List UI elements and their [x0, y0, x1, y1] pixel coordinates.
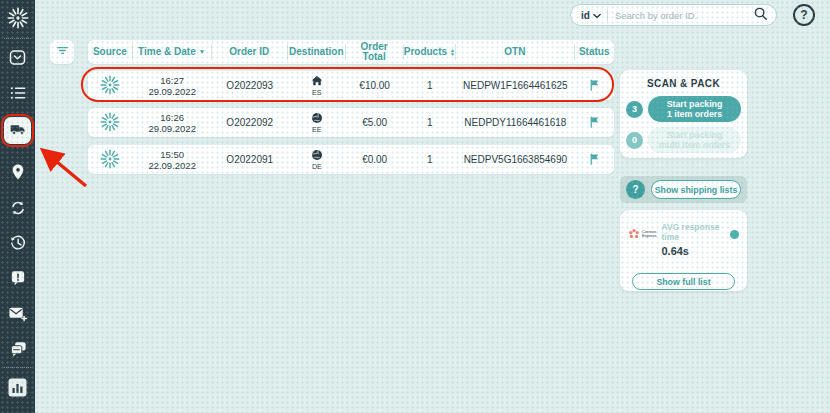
order-id-cell: O2022092 [212, 117, 288, 128]
orders-list-icon [9, 84, 27, 106]
sidebar [0, 0, 35, 413]
time-date-cell: 16:2629.09.2022 [133, 112, 212, 134]
search-scope-value: id [581, 10, 590, 21]
status-cell[interactable] [575, 115, 614, 131]
carrier-status-dot [730, 230, 739, 239]
carrier-logo: Correos Express [628, 228, 656, 240]
time-date-cell: 15:5022.09.2022 [133, 149, 212, 171]
starburst-source-icon [100, 75, 120, 97]
help-label: ? [800, 8, 807, 22]
col-header-destination: Destination [288, 44, 346, 60]
location-pin-icon [9, 163, 27, 185]
otn-cell: NEDPW1F1664461625 [456, 80, 574, 91]
sidebar-item-alerts[interactable] [0, 269, 35, 291]
divider [607, 9, 608, 21]
col-header-source: Source [88, 44, 133, 60]
col-header-time-date[interactable]: Time & Date▼ [133, 44, 212, 60]
search-scope-select[interactable]: id [581, 10, 601, 21]
start-packing-single-button[interactable]: Start packing 1 item orders [648, 96, 741, 122]
table-row-order-1[interactable]: 16:2729.09.2022 O2022093 ES €10.00 1 NED… [88, 71, 614, 100]
app-logo [0, 7, 35, 33]
sidebar-item-analytics[interactable] [0, 378, 35, 401]
sort-desc-icon: ▼ [199, 47, 205, 58]
inbox-icon [8, 48, 27, 71]
starburst-source-icon [100, 112, 120, 134]
order-total-cell: €5.00 [346, 117, 404, 128]
destination-cell: DE [288, 149, 346, 171]
search-input[interactable] [615, 10, 753, 21]
starburst-source-icon [100, 149, 120, 171]
table-row-order-3[interactable]: 15:5022.09.2022 O2022091 DE €0.00 1 NEDP… [88, 145, 614, 174]
help-button[interactable]: ? [793, 4, 815, 26]
show-shipping-lists-button[interactable]: Show shipping lists [651, 180, 741, 199]
filter-icon [54, 42, 71, 63]
col-header-status: Status [575, 44, 614, 60]
analytics-icon [8, 378, 27, 401]
order-total-cell: €0.00 [346, 154, 404, 165]
col-header-products[interactable]: Products▲▼ [404, 44, 457, 60]
scan-pack-title: SCAN & PACK [626, 78, 741, 89]
sidebar-item-orders-list[interactable] [0, 84, 35, 106]
sidebar-divider [4, 367, 31, 368]
shipping-help-icon[interactable]: ? [626, 180, 645, 199]
truck-icon [9, 120, 27, 142]
sidebar-item-inbox[interactable] [0, 48, 35, 71]
chat-icon [9, 340, 27, 362]
sidebar-item-history[interactable] [0, 234, 35, 256]
alert-bubble-icon [9, 269, 27, 291]
status-cell[interactable] [575, 152, 614, 168]
otn-cell: NEDPDY11664461618 [456, 117, 574, 128]
col-header-order-id: Order ID [212, 44, 288, 60]
order-id-cell: O2022091 [212, 154, 288, 165]
col-header-order-total: Order Total [346, 44, 404, 60]
search-icon[interactable] [753, 6, 768, 25]
avg-response-label: AVG response time [661, 222, 725, 242]
filter-button[interactable] [50, 40, 74, 64]
orders-table: Source Time & Date▼ Order ID Destination… [88, 40, 614, 174]
shipping-lists-section: ? Show shipping lists [620, 176, 747, 203]
sidebar-item-shipments[interactable] [4, 117, 31, 144]
sidebar-divider [4, 38, 31, 39]
status-cell[interactable] [575, 78, 614, 94]
sort-icon: ▲▼ [450, 48, 455, 56]
source-cell [88, 149, 133, 171]
products-cell: 1 [404, 80, 457, 91]
sidebar-item-chat[interactable] [0, 340, 35, 362]
show-full-list-button[interactable]: Show full list [632, 273, 735, 290]
multi-orders-count-badge: 0 [626, 132, 643, 149]
flag-icon [588, 78, 601, 94]
globe-icon [311, 149, 323, 163]
otn-cell: NEDPV5G1663854690 [456, 154, 574, 165]
flag-icon [588, 115, 601, 131]
source-cell [88, 75, 133, 97]
globe-icon [311, 112, 323, 126]
search-bar: id [570, 4, 777, 26]
sidebar-item-locations[interactable] [0, 163, 35, 185]
history-icon [9, 234, 27, 256]
carrier-response-card: Correos Express AVG response time 0.64s … [620, 210, 747, 291]
scan-pack-card: SCAN & PACK 3 Start packing 1 item order… [620, 70, 747, 158]
table-row-order-2[interactable]: 16:2629.09.2022 O2022092 EE €5.00 1 NEDP… [88, 108, 614, 137]
chevron-down-icon [593, 10, 601, 21]
destination-cell: EE [288, 112, 346, 134]
home-icon [311, 75, 323, 88]
flag-icon [588, 152, 601, 168]
sidebar-item-mail[interactable] [0, 304, 35, 327]
table-header-row: Source Time & Date▼ Order ID Destination… [88, 40, 614, 64]
order-total-cell: €10.00 [346, 80, 404, 91]
col-header-otn: OTN [456, 44, 574, 60]
starburst-logo-icon [7, 7, 29, 33]
products-cell: 1 [404, 117, 457, 128]
products-cell: 1 [404, 154, 457, 165]
destination-cell: ES [288, 75, 346, 96]
table-body: 16:2729.09.2022 O2022093 ES €10.00 1 NED… [88, 71, 614, 174]
mail-add-icon [8, 304, 27, 327]
sidebar-item-sync[interactable] [0, 199, 35, 221]
start-packing-multi-button[interactable]: Start packing multi item orders [648, 127, 741, 153]
source-cell [88, 112, 133, 134]
order-id-cell: O2022093 [212, 80, 288, 91]
carrier-name: Correos Express [642, 230, 656, 239]
sync-icon [9, 199, 27, 221]
avg-response-value: 0.64s [661, 245, 725, 257]
single-orders-count-badge: 3 [626, 101, 643, 118]
